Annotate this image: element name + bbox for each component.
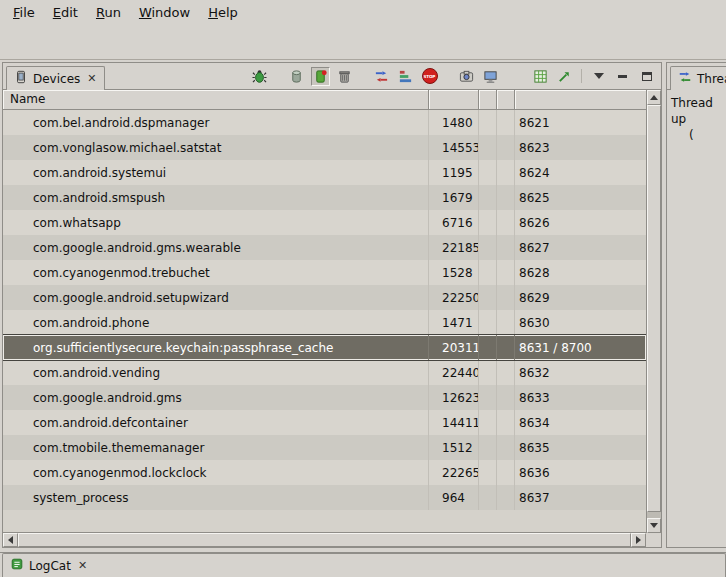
device-port: 8621 <box>519 116 550 130</box>
menu-bar: FileEditRunWindowHelp <box>0 0 726 25</box>
device-pid: 20311 <box>442 341 479 355</box>
vertical-scroll-thumb[interactable] <box>647 105 661 512</box>
column-header-name[interactable]: Name <box>3 90 429 110</box>
scroll-down-button[interactable] <box>647 518 661 533</box>
menu-file[interactable]: File <box>4 2 44 23</box>
table-row[interactable]: org.sufficientlysecure.keychain:passphra… <box>3 335 646 360</box>
menu-window[interactable]: Window <box>130 2 199 23</box>
logcat-tab-icon <box>10 557 24 574</box>
threads-message-line2: ( <box>671 127 726 143</box>
threads-message-line1: Thread up <box>671 95 726 127</box>
device-pid: 6716 <box>442 216 473 230</box>
devices-toolbar: STOP <box>250 63 661 89</box>
table-row[interactable]: com.android.defcontainer 14411 8634 <box>3 410 646 435</box>
table-row[interactable]: com.google.android.setupwizard 22250 862… <box>3 285 646 310</box>
view-menu-icon[interactable] <box>589 67 608 86</box>
column-header-port[interactable] <box>515 90 646 110</box>
device-port: 8635 <box>519 441 550 455</box>
device-port: 8632 <box>519 366 550 380</box>
start-method-profiling-icon[interactable] <box>396 67 415 86</box>
device-name: com.android.systemui <box>33 166 166 180</box>
device-port: 8634 <box>519 416 550 430</box>
show-heap-updates-icon[interactable] <box>311 67 330 86</box>
update-heap-icon[interactable] <box>287 67 306 86</box>
stop-process-icon[interactable]: STOP <box>420 67 439 86</box>
close-icon[interactable]: ✕ <box>87 72 96 85</box>
table-row[interactable]: com.cyanogenmod.trebuchet 1528 8628 <box>3 260 646 285</box>
scroll-left-button[interactable] <box>3 533 18 547</box>
horizontal-scroll-thumb[interactable] <box>18 533 631 547</box>
table-row[interactable]: com.android.vending 22440 8632 <box>3 360 646 385</box>
device-pid: 1679 <box>442 191 473 205</box>
device-pid: 964 <box>442 491 465 505</box>
main-toolbar <box>0 25 726 60</box>
tab-logcat[interactable]: LogCat ✕ <box>2 553 726 577</box>
threads-tab-label: Threads <box>697 72 726 86</box>
device-name: com.tmobile.thememanager <box>33 441 204 455</box>
device-pid: 1471 <box>442 316 473 330</box>
stop-label: STOP <box>424 74 436 79</box>
device-port: 8626 <box>519 216 550 230</box>
vertical-scrollbar <box>646 90 661 533</box>
start-opengl-trace-icon[interactable] <box>555 67 574 86</box>
device-name: com.android.defcontainer <box>33 416 188 430</box>
scroll-right-button[interactable] <box>631 533 646 547</box>
device-pid: 1528 <box>442 266 473 280</box>
table-row[interactable]: com.cyanogenmod.lockclock 22265 8636 <box>3 460 646 485</box>
column-header-4[interactable] <box>497 90 515 110</box>
tab-devices[interactable]: Devices ✕ <box>6 66 105 90</box>
device-port: 8633 <box>519 391 550 405</box>
threads-tab-icon <box>678 70 692 87</box>
table-row[interactable]: com.android.phone 1471 8630 <box>3 310 646 335</box>
device-pid: 22185 <box>442 241 479 255</box>
device-port: 8625 <box>519 191 550 205</box>
table-row[interactable]: com.google.android.gms.wearable 22185 86… <box>3 235 646 260</box>
screen-record-icon[interactable] <box>481 67 500 86</box>
maximize-icon[interactable] <box>637 67 656 86</box>
horizontal-scrollbar <box>3 532 646 547</box>
tab-threads[interactable]: Threads <box>670 66 726 90</box>
table-row[interactable]: com.tmobile.thememanager 1512 8635 <box>3 435 646 460</box>
debug-icon[interactable] <box>250 67 269 86</box>
device-name: com.google.android.gms.wearable <box>33 241 241 255</box>
table-row[interactable]: com.android.smspush 1679 8625 <box>3 185 646 210</box>
device-name: com.google.android.gms <box>33 391 182 405</box>
table-row[interactable]: system_process 964 8637 <box>3 485 646 510</box>
device-pid: 14553 <box>442 141 479 155</box>
device-port: 8637 <box>519 491 550 505</box>
device-port: 8627 <box>519 241 550 255</box>
device-name: com.google.android.setupwizard <box>33 291 229 305</box>
minimize-icon[interactable] <box>613 67 632 86</box>
screen-capture-icon[interactable] <box>457 67 476 86</box>
device-port: 8628 <box>519 266 550 280</box>
device-table-header: Name <box>3 90 661 110</box>
device-port: 8631 / 8700 <box>519 341 592 355</box>
table-row[interactable]: com.whatsapp 6716 8626 <box>3 210 646 235</box>
device-name: com.android.vending <box>33 366 160 380</box>
device-port: 8630 <box>519 316 550 330</box>
column-header-pid[interactable] <box>429 90 479 110</box>
devices-panel: Devices ✕ <box>2 62 662 548</box>
table-row[interactable]: com.vonglasow.michael.satstat 14553 8623 <box>3 135 646 160</box>
device-name: com.bel.android.dspmanager <box>33 116 209 130</box>
scroll-up-button[interactable] <box>647 90 661 105</box>
device-pid: 12623 <box>442 391 479 405</box>
close-icon[interactable]: ✕ <box>78 559 87 572</box>
device-name: com.cyanogenmod.lockclock <box>33 466 207 480</box>
cause-gc-icon[interactable] <box>335 67 354 86</box>
table-row[interactable]: com.google.android.gms 12623 8633 <box>3 385 646 410</box>
threads-message: Thread up ( <box>667 90 726 143</box>
device-name: com.android.smspush <box>33 191 165 205</box>
table-row[interactable]: com.bel.android.dspmanager 1480 8621 <box>3 110 646 135</box>
capture-systrace-icon[interactable] <box>531 67 550 86</box>
update-threads-icon[interactable] <box>372 67 391 86</box>
column-header-3[interactable] <box>479 90 497 110</box>
menu-run[interactable]: Run <box>87 2 130 23</box>
device-port: 8623 <box>519 141 550 155</box>
table-row[interactable]: com.android.systemui 1195 8624 <box>3 160 646 185</box>
menu-help[interactable]: Help <box>199 2 247 23</box>
devices-tabbar: Devices ✕ <box>3 63 661 90</box>
device-port: 8629 <box>519 291 550 305</box>
menu-edit[interactable]: Edit <box>44 2 87 23</box>
main-area: Devices ✕ <box>0 60 726 550</box>
